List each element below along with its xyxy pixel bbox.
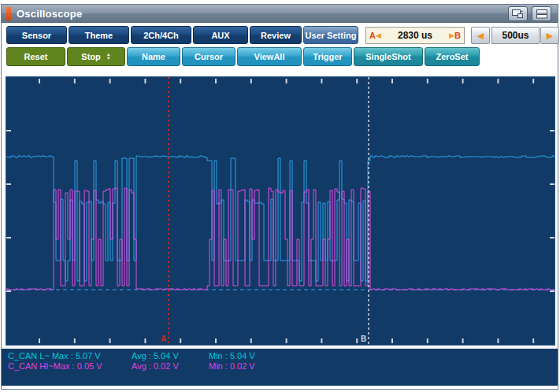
aux-button[interactable]: AUX — [193, 26, 248, 44]
stop-spinner-icon: ▲▼ — [106, 53, 111, 61]
cursor-delta-value: 2830 us — [381, 30, 449, 41]
svg-text:B: B — [361, 335, 366, 343]
channel-mode-button[interactable]: 2Ch/4Ch — [131, 26, 191, 44]
svg-text:A: A — [161, 335, 166, 343]
right-arrow-icon: ▶ — [547, 31, 553, 41]
scope-display[interactable]: AB — [6, 76, 555, 346]
ch2-avg: Avg : 0.02 V — [132, 361, 209, 372]
review-button[interactable]: Review — [250, 26, 302, 44]
cursor-b-label: B — [454, 31, 461, 40]
stop-button[interactable]: Stop ▲▼ — [67, 47, 125, 66]
measurement-panel: C_CAN L~ Max : 5.07 V Avg : 5.04 V Min :… — [2, 347, 558, 386]
zeroset-button[interactable]: ZeroSet — [425, 47, 480, 66]
viewall-button[interactable]: ViewAll — [237, 47, 302, 66]
timebase-increase-button[interactable]: ▶ — [540, 27, 559, 44]
cursor-a-arrow-icon: ◀ — [376, 31, 381, 39]
tile-windows-button[interactable] — [532, 6, 551, 21]
ch1-avg: Avg : 5.04 V — [132, 351, 209, 361]
cursor-delta-readout[interactable]: A ◀ 2830 us ▶ B — [365, 27, 465, 44]
title-bar: Oscilloscope — [2, 5, 558, 23]
ch2-min: Min : 0.02 V — [209, 361, 255, 372]
tile-windows-icon — [536, 9, 547, 19]
timebase-decrease-button[interactable]: ◀ — [471, 27, 490, 44]
name-button[interactable]: Name — [127, 47, 180, 66]
window-title: Oscilloscope — [17, 8, 82, 20]
channel-1-stats: C_CAN L~ Max : 5.07 V Avg : 5.04 V Min :… — [8, 351, 255, 361]
title-accent-bar — [6, 7, 11, 20]
ch1-min: Min : 5.04 V — [209, 351, 255, 361]
scope-canvas: AB — [6, 77, 554, 345]
ch2-max: C_CAN HI~Max : 0.05 V — [8, 361, 132, 372]
channel-2-stats: C_CAN HI~Max : 0.05 V Avg : 0.02 V Min :… — [8, 361, 255, 372]
user-setting-button[interactable]: User Setting — [303, 26, 358, 44]
reset-button[interactable]: Reset — [6, 47, 65, 66]
left-arrow-icon: ◀ — [477, 31, 484, 41]
stop-button-label: Stop — [81, 52, 100, 61]
ch1-max: C_CAN L~ Max : 5.07 V — [8, 351, 132, 361]
sensor-button[interactable]: Sensor — [6, 26, 67, 44]
singleshot-button[interactable]: SingleShot — [354, 47, 423, 66]
oscilloscope-app: Oscilloscope — [0, 0, 560, 392]
split-window-button[interactable] — [508, 6, 528, 21]
split-window-icon — [512, 9, 524, 19]
timebase-value[interactable]: 500us — [491, 27, 540, 44]
app-window: Oscilloscope — [1, 4, 558, 390]
cursor-a-label: A — [369, 31, 376, 40]
trigger-button[interactable]: Trigger — [303, 47, 352, 66]
cursor-b-arrow-icon: ▶ — [449, 31, 454, 39]
theme-button[interactable]: Theme — [69, 26, 129, 44]
cursor-button[interactable]: Cursor — [182, 47, 235, 66]
